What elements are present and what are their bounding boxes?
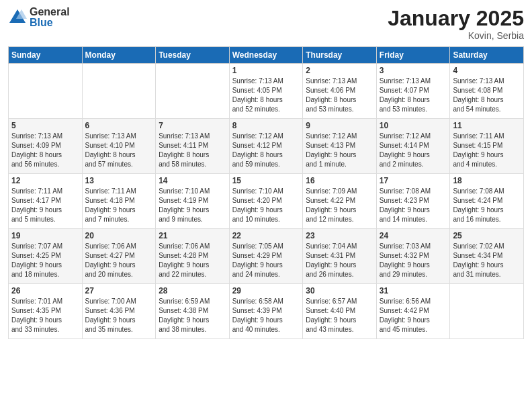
table-row: 30Sunrise: 6:57 AM Sunset: 4:40 PM Dayli… [303,284,377,339]
day-info: Sunrise: 7:11 AM Sunset: 4:17 PM Dayligh… [11,187,79,224]
table-row: 1Sunrise: 7:13 AM Sunset: 4:05 PM Daylig… [229,64,303,119]
header-friday: Friday [376,47,450,64]
day-info: Sunrise: 7:11 AM Sunset: 4:18 PM Dayligh… [85,187,153,224]
day-info: Sunrise: 7:04 AM Sunset: 4:31 PM Dayligh… [306,242,373,279]
day-number: 21 [159,231,226,240]
day-number: 14 [159,176,226,185]
table-row: 27Sunrise: 7:00 AM Sunset: 4:36 PM Dayli… [82,284,156,339]
table-row: 16Sunrise: 7:09 AM Sunset: 4:22 PM Dayli… [303,174,377,229]
table-row: 8Sunrise: 7:12 AM Sunset: 4:12 PM Daylig… [229,119,303,174]
header-tuesday: Tuesday [156,47,230,64]
day-info: Sunrise: 7:13 AM Sunset: 4:07 PM Dayligh… [380,77,447,114]
day-info: Sunrise: 7:06 AM Sunset: 4:28 PM Dayligh… [159,242,226,279]
day-number: 15 [232,176,300,185]
table-row: 19Sunrise: 7:07 AM Sunset: 4:25 PM Dayli… [9,229,83,284]
table-row [9,64,83,119]
day-number: 26 [11,286,79,295]
day-info: Sunrise: 7:13 AM Sunset: 4:11 PM Dayligh… [159,132,226,169]
calendar-week-row: 1Sunrise: 7:13 AM Sunset: 4:05 PM Daylig… [9,64,524,119]
day-info: Sunrise: 7:13 AM Sunset: 4:10 PM Dayligh… [85,132,153,169]
header-wednesday: Wednesday [229,47,303,64]
day-number: 18 [453,176,521,185]
table-row: 15Sunrise: 7:10 AM Sunset: 4:20 PM Dayli… [229,174,303,229]
page-header: General Blue January 2025 Kovin, Serbia [8,7,524,41]
day-info: Sunrise: 7:10 AM Sunset: 4:19 PM Dayligh… [159,187,226,224]
table-row: 7Sunrise: 7:13 AM Sunset: 4:11 PM Daylig… [156,119,230,174]
table-row: 21Sunrise: 7:06 AM Sunset: 4:28 PM Dayli… [156,229,230,284]
table-row: 22Sunrise: 7:05 AM Sunset: 4:29 PM Dayli… [229,229,303,284]
day-number: 12 [11,176,79,185]
table-row: 10Sunrise: 7:12 AM Sunset: 4:14 PM Dayli… [376,119,450,174]
day-number: 1 [232,66,300,75]
calendar-week-row: 5Sunrise: 7:13 AM Sunset: 4:09 PM Daylig… [9,119,524,174]
logo: General Blue [8,7,70,28]
table-row: 5Sunrise: 7:13 AM Sunset: 4:09 PM Daylig… [9,119,83,174]
day-info: Sunrise: 7:02 AM Sunset: 4:34 PM Dayligh… [453,242,521,279]
table-row: 14Sunrise: 7:10 AM Sunset: 4:19 PM Dayli… [156,174,230,229]
day-number: 19 [11,231,79,240]
table-row: 20Sunrise: 7:06 AM Sunset: 4:27 PM Dayli… [82,229,156,284]
table-row: 23Sunrise: 7:04 AM Sunset: 4:31 PM Dayli… [303,229,377,284]
table-row: 3Sunrise: 7:13 AM Sunset: 4:07 PM Daylig… [376,64,450,119]
day-number: 7 [159,121,226,130]
day-number: 13 [85,176,153,185]
location: Kovin, Serbia [388,30,524,41]
calendar-header-row: Sunday Monday Tuesday Wednesday Thursday… [9,47,524,64]
table-row: 11Sunrise: 7:11 AM Sunset: 4:15 PM Dayli… [450,119,524,174]
day-number: 31 [380,286,447,295]
day-number: 24 [380,231,447,240]
table-row: 29Sunrise: 6:58 AM Sunset: 4:39 PM Dayli… [229,284,303,339]
day-info: Sunrise: 7:13 AM Sunset: 4:06 PM Dayligh… [306,77,373,114]
table-row: 25Sunrise: 7:02 AM Sunset: 4:34 PM Dayli… [450,229,524,284]
table-row: 2Sunrise: 7:13 AM Sunset: 4:06 PM Daylig… [303,64,377,119]
day-number: 2 [306,66,373,75]
day-info: Sunrise: 6:56 AM Sunset: 4:42 PM Dayligh… [380,297,447,334]
day-number: 11 [453,121,521,130]
day-number: 4 [453,66,521,75]
calendar-table: Sunday Monday Tuesday Wednesday Thursday… [8,46,524,339]
day-info: Sunrise: 7:05 AM Sunset: 4:29 PM Dayligh… [232,242,300,279]
table-row [156,64,230,119]
day-number: 22 [232,231,300,240]
day-number: 8 [232,121,300,130]
calendar-week-row: 12Sunrise: 7:11 AM Sunset: 4:17 PM Dayli… [9,174,524,229]
table-row: 12Sunrise: 7:11 AM Sunset: 4:17 PM Dayli… [9,174,83,229]
logo-blue-text: Blue [30,17,70,28]
day-info: Sunrise: 7:11 AM Sunset: 4:15 PM Dayligh… [453,132,521,169]
day-number: 28 [159,286,226,295]
day-info: Sunrise: 6:58 AM Sunset: 4:39 PM Dayligh… [232,297,300,334]
day-info: Sunrise: 7:08 AM Sunset: 4:24 PM Dayligh… [453,187,521,224]
day-number: 3 [380,66,447,75]
day-info: Sunrise: 7:13 AM Sunset: 4:09 PM Dayligh… [11,132,79,169]
table-row [450,284,524,339]
day-info: Sunrise: 7:13 AM Sunset: 4:08 PM Dayligh… [453,77,521,114]
month-title: January 2025 [388,7,524,30]
table-row: 31Sunrise: 6:56 AM Sunset: 4:42 PM Dayli… [376,284,450,339]
header-monday: Monday [82,47,156,64]
header-thursday: Thursday [303,47,377,64]
day-info: Sunrise: 7:03 AM Sunset: 4:32 PM Dayligh… [380,242,447,279]
table-row: 6Sunrise: 7:13 AM Sunset: 4:10 PM Daylig… [82,119,156,174]
day-info: Sunrise: 7:12 AM Sunset: 4:14 PM Dayligh… [380,132,447,169]
day-number: 25 [453,231,521,240]
table-row: 17Sunrise: 7:08 AM Sunset: 4:23 PM Dayli… [376,174,450,229]
day-number: 16 [306,176,373,185]
table-row: 18Sunrise: 7:08 AM Sunset: 4:24 PM Dayli… [450,174,524,229]
day-number: 17 [380,176,447,185]
day-number: 9 [306,121,373,130]
table-row: 24Sunrise: 7:03 AM Sunset: 4:32 PM Dayli… [376,229,450,284]
day-number: 30 [306,286,373,295]
day-info: Sunrise: 7:12 AM Sunset: 4:13 PM Dayligh… [306,132,373,169]
day-number: 27 [85,286,153,295]
day-info: Sunrise: 7:10 AM Sunset: 4:20 PM Dayligh… [232,187,300,224]
day-info: Sunrise: 7:12 AM Sunset: 4:12 PM Dayligh… [232,132,300,169]
table-row: 13Sunrise: 7:11 AM Sunset: 4:18 PM Dayli… [82,174,156,229]
day-info: Sunrise: 7:13 AM Sunset: 4:05 PM Dayligh… [232,77,300,114]
table-row: 4Sunrise: 7:13 AM Sunset: 4:08 PM Daylig… [450,64,524,119]
day-info: Sunrise: 7:06 AM Sunset: 4:27 PM Dayligh… [85,242,153,279]
day-info: Sunrise: 7:01 AM Sunset: 4:35 PM Dayligh… [11,297,79,334]
day-number: 6 [85,121,153,130]
day-number: 23 [306,231,373,240]
day-number: 29 [232,286,300,295]
header-sunday: Sunday [9,47,83,64]
